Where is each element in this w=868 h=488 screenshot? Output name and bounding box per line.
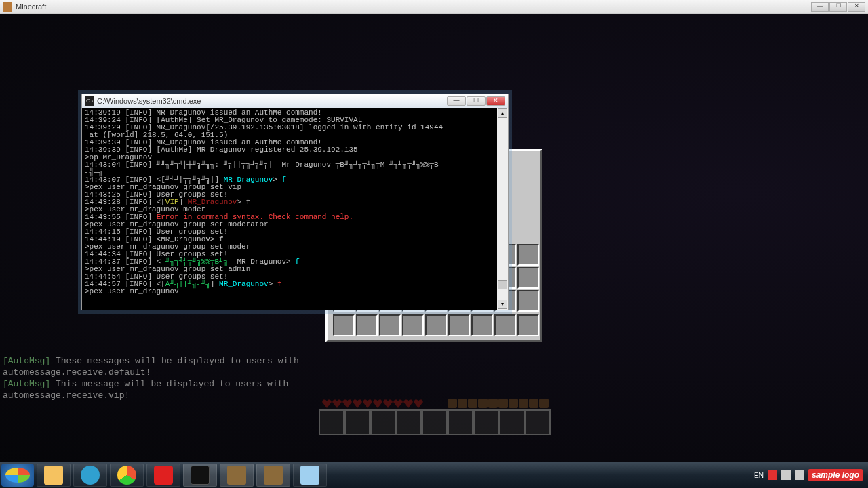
cmd-titlebar[interactable]: C:\ C:\Windows\system32\cmd.exe — ☐ ✕ (82, 94, 508, 108)
taskbar-item-chrome[interactable] (110, 464, 144, 487)
heart-icon (332, 399, 342, 408)
food-icon (498, 399, 508, 408)
taskbar-item-opera[interactable] (146, 464, 180, 487)
health-bar (322, 399, 423, 408)
hotbar-slot[interactable] (517, 314, 539, 336)
opera-icon (154, 466, 173, 485)
heart-icon (342, 399, 352, 408)
hotbar-slot[interactable] (425, 314, 447, 336)
hotbar (319, 409, 551, 436)
minimize-button[interactable]: — (811, 2, 829, 12)
food-icon (519, 399, 528, 408)
cmd-scrollbar[interactable]: ▴ ▾ (497, 108, 508, 310)
hotbar-slot[interactable] (356, 314, 378, 336)
food-icon (468, 399, 477, 408)
scroll-up-icon[interactable]: ▴ (498, 108, 507, 118)
game-viewport: [AutoMsg] These messages will be display… (0, 14, 868, 462)
chat-tag: [AutoMsg] (3, 356, 50, 366)
taskbar-item-notes[interactable] (293, 464, 327, 487)
minecraft-app-icon (3, 2, 12, 12)
scroll-thumb[interactable] (498, 280, 507, 289)
tray-flag-icon[interactable] (768, 470, 777, 480)
media-icon (81, 466, 100, 485)
heart-icon (373, 399, 382, 408)
hotbar-slot[interactable] (499, 409, 525, 435)
food-icon (509, 399, 518, 408)
hotbar-slot[interactable] (344, 409, 370, 435)
heart-icon (383, 399, 393, 408)
chat-tag: [AutoMsg] (3, 379, 50, 389)
food-icon (539, 399, 549, 408)
hotbar-slot[interactable] (319, 409, 344, 435)
heart-icon (353, 399, 362, 408)
hotbar-slot[interactable] (422, 409, 448, 435)
chat-log: [AutoMsg] These messages will be display… (3, 355, 299, 401)
hotbar-slot[interactable] (379, 314, 401, 336)
cmd-maximize-button[interactable]: ☐ (467, 96, 486, 106)
system-tray: EN sample logo (754, 469, 867, 481)
heart-icon (414, 399, 423, 408)
taskbar-item-minecraft[interactable] (220, 464, 254, 487)
cmd-minimize-button[interactable]: — (447, 96, 466, 106)
tray-language[interactable]: EN (754, 472, 764, 479)
inventory-slot[interactable] (517, 267, 539, 289)
close-button[interactable]: ✕ (848, 2, 865, 12)
notes-icon (300, 466, 319, 485)
chrome-icon (117, 466, 136, 485)
food-icon (458, 399, 467, 408)
minecraft-titlebar: Minecraft — ☐ ✕ (0, 0, 868, 14)
sample-logo-watermark: sample logo (808, 469, 863, 481)
tray-volume-icon[interactable] (795, 470, 804, 480)
taskbar-item-cmd[interactable] (183, 464, 217, 487)
explorer-icon (44, 466, 63, 485)
heart-icon (393, 399, 403, 408)
heart-icon (363, 399, 372, 408)
cmd-title: C:\Windows\system32\cmd.exe (97, 97, 201, 105)
cmd-line: >pex user mr_dragunov (85, 288, 494, 296)
inventory-slot[interactable] (517, 290, 539, 312)
food-icon (478, 399, 488, 408)
food-icon (488, 399, 498, 408)
taskbar-item-minecraft2[interactable] (256, 464, 290, 487)
maximize-button[interactable]: ☐ (829, 2, 847, 12)
hotbar-slot[interactable] (370, 409, 396, 435)
hotbar-slot[interactable] (473, 409, 499, 435)
cmd-close-button[interactable]: ✕ (486, 96, 505, 106)
heart-icon (403, 399, 413, 408)
hotbar-slot[interactable] (471, 314, 493, 336)
food-bar (448, 399, 549, 408)
cmd-window[interactable]: C:\ C:\Windows\system32\cmd.exe — ☐ ✕ 14… (81, 94, 509, 310)
cmd-icon: C:\ (85, 96, 94, 106)
hotbar-slot[interactable] (525, 409, 551, 435)
heart-icon (322, 399, 332, 408)
hotbar-slot[interactable] (402, 314, 424, 336)
taskbar-item-explorer[interactable] (37, 464, 71, 487)
minecraft-icon (227, 466, 246, 485)
scroll-down-icon[interactable]: ▾ (498, 300, 507, 309)
tray-network-icon[interactable] (781, 470, 791, 480)
food-icon (448, 399, 457, 408)
hotbar-slot[interactable] (333, 314, 355, 336)
hotbar-slot[interactable] (494, 314, 516, 336)
hotbar-slot[interactable] (448, 409, 473, 435)
inventory-slot[interactable] (517, 244, 539, 266)
minecraft-icon (264, 466, 283, 485)
taskbar: EN sample logo (0, 462, 868, 488)
hotbar-slot[interactable] (396, 409, 422, 435)
cmd-taskbar-icon (191, 466, 210, 485)
hotbar-grid (333, 314, 539, 336)
minecraft-title: Minecraft (16, 3, 46, 11)
food-icon (529, 399, 538, 408)
cmd-line: 14:43:04 [INFO] ╜╜╖╜╗╝╟╫╜╗╜╖╖: ╜╗||╤╗╜╗╜… (85, 161, 494, 169)
start-button[interactable] (1, 464, 34, 487)
taskbar-item-media[interactable] (73, 464, 107, 487)
hotbar-slot[interactable] (448, 314, 470, 336)
cmd-output[interactable]: 14:39:19 [INFO] MR_Dragunov issued an Au… (82, 108, 497, 310)
